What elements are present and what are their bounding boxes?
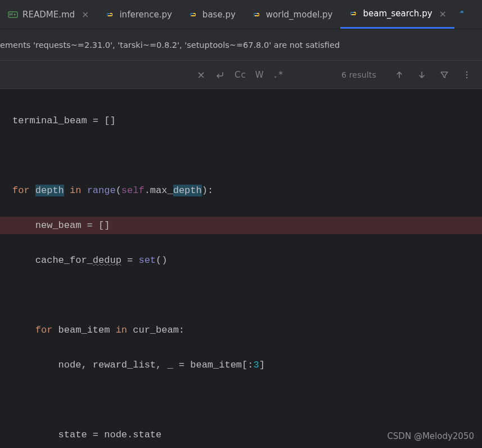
more-icon[interactable] <box>462 70 472 80</box>
requirements-banner: ements 'requests~=2.31.0', 'tarski~=0.8.… <box>0 29 482 61</box>
svg-point-2 <box>466 74 468 75</box>
find-nav: 6 results <box>341 70 472 80</box>
banner-text: ements 'requests~=2.31.0', 'tarski~=0.8.… <box>0 41 340 50</box>
find-toolbar: × Cc W .* 6 results <box>0 61 482 89</box>
results-count: 6 results <box>341 70 376 79</box>
filter-icon[interactable] <box>439 70 449 80</box>
error-line: new_beam = [] <box>0 217 482 234</box>
python-icon <box>348 8 358 19</box>
tab-label: beam_search.py <box>363 8 432 19</box>
tab-label: inference.py <box>119 10 172 20</box>
code-editor[interactable]: terminal_beam = [] for depth in range(se… <box>0 89 482 448</box>
search-match: depth <box>35 185 64 196</box>
tab-beam-search[interactable]: beam_search.py × <box>340 0 454 29</box>
typo-underline: dedup <box>93 255 121 266</box>
python-icon <box>105 10 115 20</box>
next-match-icon[interactable] <box>417 70 427 80</box>
close-icon[interactable]: × <box>82 9 89 20</box>
new-line-icon[interactable] <box>214 69 226 80</box>
whole-word-button[interactable]: W <box>255 70 264 80</box>
tab-label: base.py <box>202 10 236 20</box>
tab-base[interactable]: base.py <box>180 0 244 29</box>
close-icon[interactable]: × <box>439 8 447 19</box>
svg-point-1 <box>466 71 468 73</box>
tab-inference[interactable]: inference.py <box>97 0 179 29</box>
python-icon <box>188 10 198 20</box>
editor-tabs: README.md × inference.py base.py world_m… <box>0 0 482 29</box>
match-case-button[interactable]: Cc <box>235 70 246 80</box>
svg-point-3 <box>466 77 468 78</box>
search-match: depth <box>173 185 202 196</box>
code-text: terminal_beam = [] <box>12 115 116 126</box>
code-text: for <box>12 185 30 196</box>
python-icon <box>458 10 465 20</box>
tab-world-model[interactable]: world_model.py <box>244 0 341 29</box>
python-icon <box>251 10 262 20</box>
prev-match-icon[interactable] <box>394 70 404 80</box>
tab-label: README.md <box>22 10 75 20</box>
tab-readme[interactable]: README.md × <box>0 0 97 29</box>
tab-overflow[interactable] <box>454 0 468 29</box>
tab-label: world_model.py <box>266 10 333 20</box>
close-icon[interactable]: × <box>197 69 205 80</box>
regex-button[interactable]: .* <box>273 69 283 80</box>
watermark: CSDN @Melody2050 <box>387 431 474 441</box>
markdown-icon <box>8 10 18 20</box>
find-options: × Cc W .* <box>0 69 283 80</box>
